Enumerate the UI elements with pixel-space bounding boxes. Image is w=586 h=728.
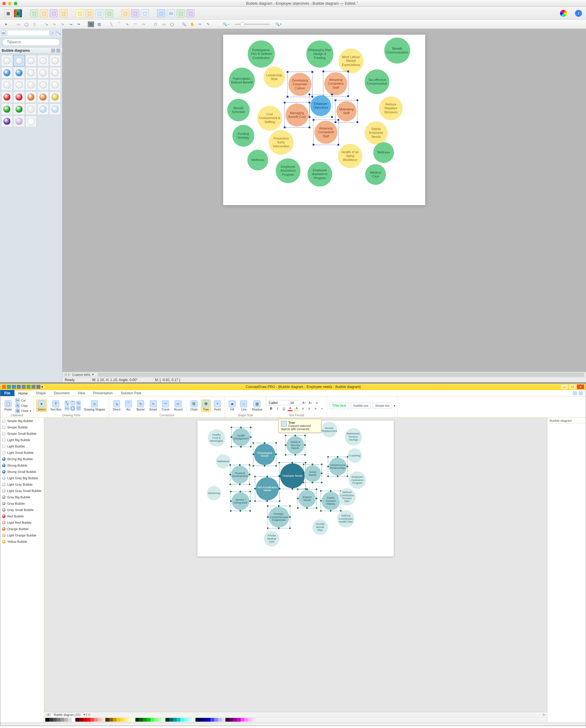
color-swatch[interactable] — [68, 718, 72, 722]
color-swatch[interactable] — [248, 718, 252, 722]
color-swatch[interactable] — [60, 718, 64, 722]
library-item[interactable]: Red Bubble — [0, 513, 44, 520]
line-icon[interactable]: ∿ — [124, 21, 131, 27]
color-swatch[interactable] — [135, 718, 139, 722]
library-item[interactable]: Light Bubble — [0, 443, 44, 450]
color-swatch[interactable] — [195, 718, 199, 722]
direct-button[interactable]: ↘Direct — [111, 400, 122, 412]
tab-home[interactable]: Home — [15, 390, 32, 396]
bubble-eap2[interactable]: Employee Assistance Program — [308, 162, 332, 186]
tool-icon-selected[interactable]: ▦ — [88, 21, 94, 27]
color-swatch[interactable] — [222, 718, 225, 722]
palette-shape[interactable] — [37, 55, 49, 67]
tree setConnector-button[interactable]: 🌳Tree — [201, 400, 211, 412]
color-swatch[interactable] — [240, 718, 244, 722]
tab-presentation[interactable]: Presentation — [89, 390, 116, 396]
color-swatch[interactable] — [83, 718, 87, 722]
tab-shape[interactable]: Shape — [32, 390, 50, 396]
text-tool-icon[interactable]: ⌷ — [31, 21, 37, 27]
color-swatch[interactable] — [124, 718, 128, 722]
chain-button[interactable]: ⛓Chain — [189, 400, 199, 412]
color-swatch[interactable] — [165, 718, 169, 722]
subtitle-style[interactable]: Subtitle text — [351, 403, 371, 409]
selection-box[interactable] — [255, 476, 280, 501]
text-format-icon[interactable]: ≡ — [314, 400, 319, 405]
tool-icon[interactable]: ∿ — [76, 401, 81, 405]
library-item[interactable]: Gray Bubble — [0, 500, 44, 507]
shape-icon[interactable]: ◯ — [168, 21, 175, 27]
color-swatch[interactable] — [154, 718, 158, 722]
color-swatch[interactable] — [173, 718, 177, 722]
panel-toggle-icon[interactable]: ▤ — [1, 30, 6, 36]
bubble-cost-cont[interactable]: Cost Containment & Shifting — [257, 106, 282, 131]
color-swatch[interactable] — [57, 718, 60, 722]
color-swatch[interactable] — [162, 718, 165, 722]
bubble-wellness2[interactable]: Wellness — [373, 142, 394, 163]
canvas-area[interactable]: Participative: Flex & Defined Contributi… — [62, 29, 586, 382]
shape-icon[interactable]: ⬠ — [153, 21, 159, 27]
bullets-icon[interactable]: • — [319, 406, 324, 411]
color-swatch[interactable] — [87, 718, 90, 722]
toolbar-icon[interactable]: ▮ — [14, 9, 22, 17]
bubble-philosophy[interactable]: Philosophy Plan Design & Funding — [306, 41, 334, 68]
close-icon[interactable]: ✕ — [577, 384, 584, 389]
bubble[interactable]: Sabbatical — [216, 454, 230, 469]
palette-shape[interactable] — [13, 103, 25, 115]
qat-undo-icon[interactable] — [12, 385, 16, 389]
page-tab[interactable]: Bubble diagram (1/1) — [51, 713, 84, 717]
library-item[interactable]: Light Gray Big Bubble — [0, 475, 44, 481]
bubble[interactable]: Retirement: Pension Savings — [345, 428, 362, 446]
color-swatch[interactable] — [116, 718, 121, 722]
library-item[interactable]: Simple Bubble — [0, 424, 44, 430]
toolbar-icon[interactable]: ▦ — [4, 9, 12, 17]
bubble-satisfy[interactable]: Satisfy Employee Needs — [365, 121, 388, 145]
color-swatch[interactable] — [244, 718, 248, 722]
color-swatch[interactable] — [121, 718, 124, 722]
palette-shape[interactable] — [1, 67, 13, 79]
color-swatch[interactable] — [225, 718, 229, 722]
bubble[interactable]: Flexible Benefit Plan — [312, 520, 328, 535]
list-view-icon[interactable]: ☰ — [51, 30, 55, 36]
color-swatch[interactable] — [184, 718, 188, 722]
tab-solution[interactable]: Solution Park — [116, 390, 145, 396]
selection-box[interactable] — [231, 492, 250, 511]
palette-shape[interactable] — [49, 55, 61, 67]
qat-save-icon[interactable] — [7, 385, 11, 389]
palette-shape[interactable] — [37, 103, 49, 115]
palette-header[interactable]: Bubble diagrams — [0, 47, 62, 54]
selection-box[interactable] — [230, 465, 250, 484]
color-swatch[interactable] — [113, 718, 116, 722]
maximize-icon[interactable]: ☐ — [569, 384, 576, 389]
select-button[interactable]: ➤Select — [36, 400, 47, 412]
right-panel-header[interactable]: Bubble diagram — [547, 418, 586, 424]
toolbar-icon[interactable]: ⬚ — [141, 9, 149, 17]
selection-box[interactable] — [284, 102, 310, 128]
toolbar-icon[interactable]: ⬚ — [157, 9, 165, 17]
color-swatch[interactable] — [53, 718, 57, 722]
minimize-window-icon[interactable] — [8, 2, 11, 5]
bubble[interactable]: Healthy Food & Beverages — [208, 429, 225, 447]
toolbar-icon[interactable]: ⬚ — [131, 9, 139, 17]
selection-box[interactable] — [309, 94, 332, 117]
rectangle-tool-icon[interactable]: ▭ — [15, 21, 21, 27]
library-item[interactable]: Light Red Bubble — [0, 520, 44, 526]
ellipse-tool-icon[interactable]: ◯ — [23, 21, 29, 27]
connector-icon[interactable]: ∿ — [59, 21, 66, 27]
bubble-tax[interactable]: Tax-effective Compensation — [365, 69, 390, 94]
bubble-paternalistic[interactable]: Paternalistic: Defined Benefit — [229, 68, 255, 94]
fill-button[interactable]: ▰Fill — [227, 400, 237, 412]
line-icon[interactable]: ⌒ — [116, 21, 123, 27]
connector-icon[interactable]: ↝ — [68, 21, 74, 27]
bubble-reduce-neg[interactable]: Reduce Negative Stressors — [379, 97, 403, 120]
zoom-icon[interactable]: 🔍 — [181, 21, 187, 27]
round-button[interactable]: ⊂Round — [172, 400, 184, 412]
color-swatch[interactable] — [218, 718, 222, 722]
palette-expand-icon[interactable] — [51, 49, 55, 53]
hierarchy-icon[interactable]: ⬚ — [59, 9, 68, 17]
toolbar-icon[interactable]: ⬚ — [121, 9, 129, 17]
palette-close-icon[interactable] — [56, 49, 60, 53]
connector-icon[interactable]: ⤷ — [51, 21, 58, 27]
color-swatch[interactable] — [252, 718, 256, 722]
panel-filter-input[interactable] — [7, 30, 50, 36]
color-swatch[interactable] — [79, 718, 83, 722]
